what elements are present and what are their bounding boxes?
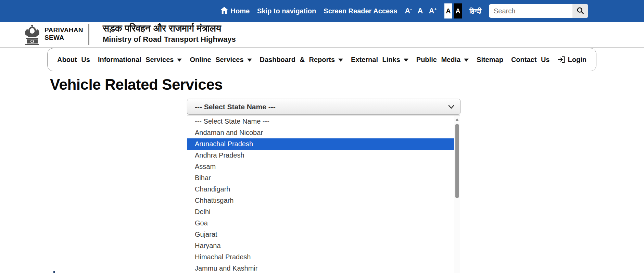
search-icon [577,7,584,15]
brand-line2: SEWA [45,34,83,41]
dropdown-option[interactable]: Goa [187,218,454,229]
scrollbar-thumb[interactable] [455,124,459,198]
skip-to-navigation-link[interactable]: Skip to navigation [257,7,316,15]
chevron-down-icon [464,59,469,62]
search-input[interactable] [489,4,572,18]
nav-item-dashboard-reports[interactable]: Dashboard & Reports [260,56,343,64]
home-icon [220,7,228,15]
nav-item-login[interactable]: Login [557,56,586,64]
nav-item-online-services[interactable]: Online Services [190,56,252,64]
scrollbar-up-arrow-icon[interactable] [455,118,459,121]
nav-item-sitemap[interactable]: Sitemap [477,56,503,64]
chevron-down-icon [448,104,455,111]
nav-item-external-links[interactable]: External Links [351,56,408,64]
search-button[interactable] [572,4,588,18]
state-dropdown-list: --- Select State Name --- Andaman and Ni… [187,115,460,273]
nav-item-public-media[interactable]: Public Media [416,56,469,64]
nav-item-about-us[interactable]: About Us [57,56,90,64]
site-header: PARIVAHAN SEWA सड़क परिवहन और राजमार्ग म… [0,22,644,48]
state-select-value: --- Select State Name --- [195,103,276,111]
screen-reader-access-link[interactable]: Screen Reader Access [324,7,397,15]
dropdown-option[interactable]: Himachal Pradesh [187,251,454,263]
header-divider [88,24,89,45]
chevron-down-icon [338,59,343,62]
high-contrast-button[interactable]: A [454,3,462,18]
contrast-controls: A A [444,3,462,18]
dropdown-option[interactable]: Haryana [187,240,454,251]
dropdown-option[interactable]: Andhra Pradesh [187,150,454,161]
login-icon [557,56,565,63]
home-label: Home [230,7,250,15]
ministry-title-hindi: सड़क परिवहन और राजमार्ग मंत्रालय [103,23,221,34]
dropdown-scrollbar[interactable] [454,115,460,273]
chevron-down-icon [177,59,182,62]
brand-line1: PARIVAHAN [45,26,83,34]
dropdown-option[interactable]: Jammu and Kashmir [187,263,454,273]
normal-contrast-button[interactable]: A [444,3,452,18]
dropdown-option[interactable]: Bihar [187,172,454,184]
main-navigation: About Us Informational Services Online S… [47,48,596,71]
nav-item-contact-us[interactable]: Contact Us [511,56,550,64]
dropdown-option[interactable]: Chhattisgarh [187,195,454,206]
dropdown-option[interactable]: Chandigarh [187,184,454,195]
page-title: Vehicle Related Services [50,76,223,93]
language-toggle-hindi[interactable]: हिन्दी [469,7,481,15]
font-size-controls: A- A A+ [405,7,437,15]
top-utility-bar: Home Skip to navigation Screen Reader Ac… [0,0,644,22]
dropdown-option[interactable]: Delhi [187,206,454,218]
national-emblem-icon [23,24,41,47]
dropdown-option[interactable]: Arunachal Pradesh [187,138,454,150]
chevron-down-icon [404,59,408,62]
dropdown-option[interactable]: Gujarat [187,229,454,240]
nav-item-informational-services[interactable]: Informational Services [98,56,182,64]
state-options: --- Select State Name --- Andaman and Ni… [187,116,454,273]
normal-font-button[interactable]: A [418,7,423,15]
ministry-title-english: Ministry of Road Transport Highways [103,35,236,44]
dropdown-option[interactable]: Assam [187,161,454,172]
decrease-font-button[interactable]: A- [405,7,412,15]
dropdown-option[interactable]: --- Select State Name --- [187,116,454,127]
dropdown-option[interactable]: Andaman and Nicobar [187,127,454,138]
home-link[interactable]: Home [220,7,250,15]
brand-name: PARIVAHAN SEWA [45,26,83,41]
chevron-down-icon [247,59,252,62]
search-bar [489,4,588,18]
partial-below-fold-element [53,271,55,273]
state-select[interactable]: --- Select State Name --- [187,99,460,115]
increase-font-button[interactable]: A+ [429,7,437,15]
